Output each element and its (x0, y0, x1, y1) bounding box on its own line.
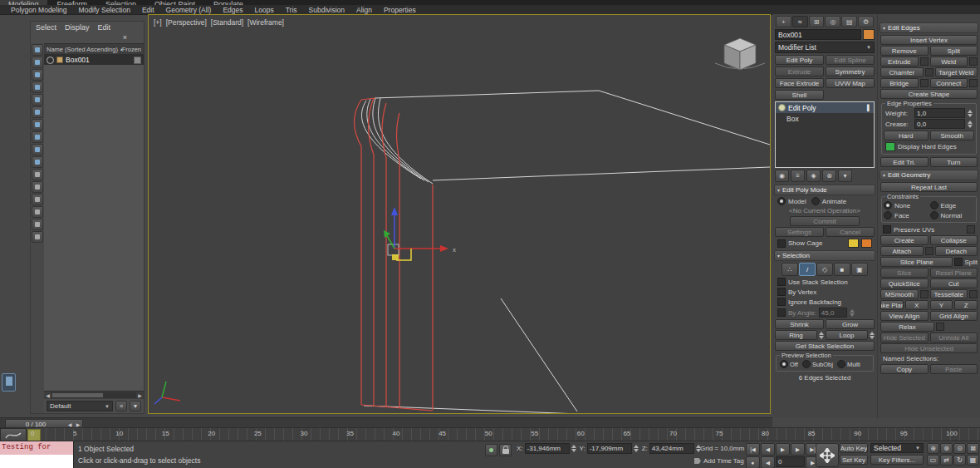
close-icon[interactable]: × (123, 34, 127, 42)
create-button[interactable]: Create (880, 235, 929, 245)
relax-settings-icon[interactable] (936, 323, 944, 331)
cage-color-swatch[interactable] (848, 239, 859, 248)
msmooth-settings-icon[interactable] (920, 290, 929, 298)
ignore-backfacing-checkbox[interactable] (777, 298, 786, 306)
filter-lights-icon[interactable] (32, 81, 43, 93)
vertex-mode-icon[interactable]: ∴ (782, 263, 798, 276)
modifier-enable-bulb-icon[interactable] (778, 104, 786, 111)
filter-spacewarps-icon[interactable] (32, 119, 43, 131)
crease-spinner[interactable] (968, 121, 973, 128)
ribbon-panel-button[interactable]: Align (350, 6, 378, 14)
connect-button[interactable]: Connect (930, 78, 968, 88)
use-stack-selection-checkbox[interactable] (777, 278, 786, 286)
preserve-uvs-settings-icon[interactable] (967, 225, 975, 234)
edit-poly-set-button[interactable]: Edit Poly (775, 55, 824, 65)
tessellate-button[interactable]: Tessellate (930, 289, 968, 299)
zoom-region-icon[interactable]: ▭ (927, 455, 939, 466)
planar-x-button[interactable]: X (905, 300, 929, 310)
smooth-button[interactable]: Smooth (930, 131, 975, 140)
move-gizmo[interactable]: x (384, 207, 456, 260)
border-mode-icon[interactable]: ◇ (816, 263, 833, 276)
scene-explorer-hscrollbar[interactable]: ◀ ▶ (44, 391, 144, 399)
viewport-general-menu[interactable]: [+] (154, 18, 162, 27)
scene-explorer-tree[interactable]: Box001 (44, 55, 144, 391)
frozen-toggle-icon[interactable] (134, 57, 141, 64)
planar-y-button[interactable]: Y (930, 300, 953, 310)
visibility-icon[interactable] (47, 57, 54, 64)
track-bar[interactable]: 0510152025303540455055606570758085909510… (0, 427, 980, 441)
turn-button[interactable]: Turn (930, 157, 978, 167)
sort-alphabetical-icon[interactable] (32, 194, 43, 205)
filter-geometry-icon[interactable] (32, 57, 43, 68)
ribbon-panel-button[interactable]: Properties (378, 6, 422, 14)
show-end-result-icon[interactable]: ≡ (791, 170, 805, 182)
preserve-uvs-checkbox[interactable] (883, 225, 891, 234)
listener-script-line[interactable] (0, 455, 73, 468)
uvw-map-set-button[interactable]: UVW Map (826, 78, 875, 88)
viewport-layout-menu[interactable]: [Standard] (211, 18, 243, 27)
edit-edges-header[interactable]: ▾ Edit Edges (880, 22, 978, 33)
scene-explorer-menu[interactable]: Display (65, 23, 90, 32)
zoom-extents-icon[interactable]: ⊙ (953, 443, 966, 454)
modifier-list-dropdown[interactable]: Modifier List ▼ (775, 42, 875, 53)
selection-header[interactable]: ▾ Selection (774, 250, 875, 261)
current-frame-field[interactable]: 0 (776, 456, 805, 467)
viewport-layout-tab[interactable] (2, 373, 16, 392)
constraint-none-radio[interactable]: None (884, 201, 929, 209)
edit-poly-mode-header[interactable]: ▾ Edit Poly Mode (774, 185, 875, 195)
name-column-header[interactable]: Name (Sorted Ascending) ▲ (47, 46, 122, 53)
constraint-normal-radio[interactable]: Normal (930, 211, 975, 219)
zoom-all-icon[interactable]: ⊛ (940, 443, 953, 454)
by-vertex-checkbox[interactable] (777, 288, 786, 296)
face-extrude-set-button[interactable]: Face Extrude (775, 78, 824, 88)
shell-set-button[interactable]: Shell (775, 90, 824, 100)
loop-button[interactable]: Loop (826, 330, 868, 340)
collapse-button[interactable]: Collapse (930, 235, 978, 245)
bridge-button[interactable]: Bridge (880, 78, 919, 88)
chamfer-button[interactable]: Chamfer (880, 67, 924, 77)
ribbon-panel-button[interactable]: Geometry (All) (160, 6, 218, 14)
filter-shapes-icon[interactable] (32, 69, 43, 81)
filter-containers-icon[interactable] (32, 169, 43, 180)
split-checkbox[interactable] (954, 258, 963, 266)
weld-settings-icon[interactable] (969, 57, 978, 66)
explorer-filter-icon[interactable]: ▼ (130, 401, 141, 411)
get-stack-selection-button[interactable]: Get Stack Selection (775, 341, 875, 351)
make-planar-button[interactable]: Make Planar (880, 300, 904, 310)
object-name-field[interactable]: Box001 (775, 29, 861, 40)
find-icon[interactable] (32, 219, 43, 230)
repeat-last-button[interactable]: Repeat Last (880, 182, 978, 192)
auto-key-button[interactable]: Auto Key (840, 443, 868, 453)
insert-vertex-button[interactable]: Insert Vertex (880, 35, 978, 45)
detach-button[interactable]: Detach (935, 246, 978, 256)
chamfer-settings-icon[interactable] (925, 68, 933, 76)
copy-button[interactable]: Copy (880, 364, 929, 374)
attach-list-icon[interactable] (925, 247, 933, 255)
ribbon-panel-button[interactable]: Edit (136, 6, 160, 14)
edit-tri-button[interactable]: Edit Tri. (880, 157, 929, 167)
frozen-column-header[interactable]: Frozen (122, 46, 141, 53)
explorer-preset-dropdown[interactable]: Default ▼ (47, 401, 113, 411)
ring-spinner[interactable] (819, 332, 824, 339)
scroll-right-icon[interactable]: ▶ (136, 392, 144, 398)
pin-stack-icon[interactable]: ◉ (775, 170, 789, 182)
filter-cameras-icon[interactable] (32, 94, 43, 106)
remove-modifier-icon[interactable]: ⊗ (822, 170, 836, 182)
zoom-icon[interactable]: ⊕ (927, 443, 939, 454)
scene-explorer-menubar[interactable]: SelectDisplayEdit (31, 22, 144, 32)
viewport-shading-menu[interactable]: [Wireframe] (247, 18, 284, 27)
edit-geometry-header[interactable]: ▾ Edit Geometry (880, 170, 978, 180)
cut-button[interactable]: Cut (930, 278, 978, 288)
next-frame-button[interactable]: ▶ (791, 443, 805, 456)
remove-button[interactable]: Remove (880, 46, 929, 56)
listener-macro-line[interactable]: Testing for (0, 441, 73, 455)
viewport[interactable]: [+] [Perspective] [Standard] [Wireframe] (148, 14, 771, 414)
orbit-icon[interactable]: ↻ (953, 455, 966, 466)
configure-modifier-sets-icon[interactable]: ▾ (838, 170, 852, 182)
sort-by-type-icon[interactable] (32, 206, 43, 218)
hard-button[interactable]: Hard (884, 131, 929, 140)
bridge-settings-icon[interactable] (920, 79, 929, 87)
shrink-button[interactable]: Shrink (775, 319, 824, 329)
slice-plane-button[interactable]: Slice Plane (880, 257, 953, 267)
scene-explorer-row-box001[interactable]: Box001 (44, 55, 144, 65)
